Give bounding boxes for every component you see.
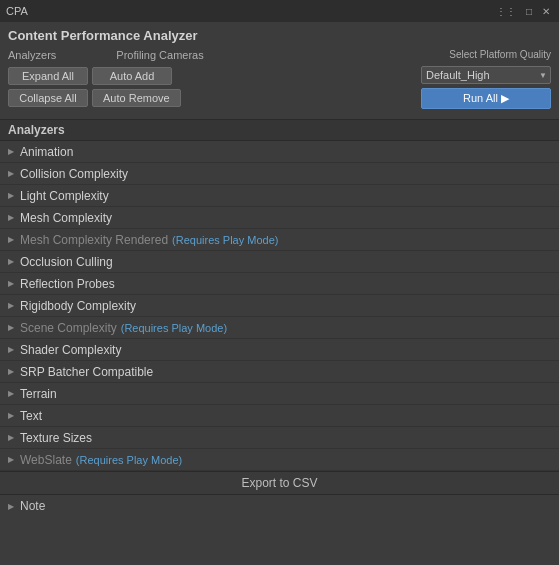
auto-add-button[interactable]: Auto Add (92, 67, 172, 85)
export-csv-button[interactable]: Export to CSV (0, 471, 559, 495)
item-label: Terrain (20, 387, 57, 401)
list-item[interactable]: ▶ WebSlate (Requires Play Mode) (0, 449, 559, 471)
item-label: Texture Sizes (20, 431, 92, 445)
title-bar: CPA ⋮⋮ □ ✕ (0, 0, 559, 22)
expand-icon: ▶ (8, 411, 14, 420)
item-label: Mesh Complexity Rendered (20, 233, 168, 247)
expand-icon: ▶ (8, 301, 14, 310)
expand-icon: ▶ (8, 279, 14, 288)
item-label: Text (20, 409, 42, 423)
run-all-button[interactable]: Run All ▶ (421, 88, 551, 109)
item-label: Light Complexity (20, 189, 109, 203)
expand-icon: ▶ (8, 169, 14, 178)
list-item[interactable]: ▶ Occlusion Culling (0, 251, 559, 273)
controls-row: Analyzers Profiling Cameras Expand All A… (8, 49, 551, 109)
title-text: CPA (6, 5, 28, 17)
list-item[interactable]: ▶ Mesh Complexity (0, 207, 559, 229)
item-label: Shader Complexity (20, 343, 121, 357)
list-item[interactable]: ▶ Scene Complexity (Requires Play Mode) (0, 317, 559, 339)
expand-icon: ▶ (8, 367, 14, 376)
title-bar-left: CPA (6, 5, 28, 17)
expand-icon: ▶ (8, 213, 14, 222)
expand-icon: ▶ (8, 433, 14, 442)
platform-quality-wrapper: Default_High Default_Low Default_Medium (421, 66, 551, 84)
list-item[interactable]: ▶ Mesh Complexity Rendered (Requires Pla… (0, 229, 559, 251)
item-label: Animation (20, 145, 73, 159)
expand-icon: ▶ (8, 389, 14, 398)
expand-all-button[interactable]: Expand All (8, 67, 88, 85)
item-label: Reflection Probes (20, 277, 115, 291)
platform-quality-label: Select Platform Quality (449, 49, 551, 60)
title-bar-icons: ⋮⋮ □ ✕ (493, 5, 553, 18)
item-label: SRP Batcher Compatible (20, 365, 153, 379)
expand-icon: ▶ (8, 345, 14, 354)
expand-icon: ▶ (8, 502, 14, 511)
list-item[interactable]: ▶ Rigidbody Complexity (0, 295, 559, 317)
expand-icon: ▶ (8, 147, 14, 156)
list-item[interactable]: ▶ SRP Batcher Compatible (0, 361, 559, 383)
auto-remove-button[interactable]: Auto Remove (92, 89, 181, 107)
requires-play-badge: (Requires Play Mode) (121, 322, 227, 334)
item-label: Scene Complexity (20, 321, 117, 335)
left-controls: Analyzers Profiling Cameras Expand All A… (8, 49, 204, 107)
analyzers-label: Analyzers (8, 49, 56, 61)
list-item[interactable]: ▶ Text (0, 405, 559, 427)
right-controls: Select Platform Quality Default_High Def… (421, 49, 551, 109)
list-item[interactable]: ▶ Shader Complexity (0, 339, 559, 361)
control-labels: Analyzers Profiling Cameras (8, 49, 204, 61)
note-item[interactable]: ▶ Note (0, 495, 559, 517)
expand-icon: ▶ (8, 455, 14, 464)
left-buttons-row: Expand All Auto Add (8, 67, 204, 85)
platform-quality-select[interactable]: Default_High Default_Low Default_Medium (421, 66, 551, 84)
list-item[interactable]: ▶ Terrain (0, 383, 559, 405)
maximize-icon[interactable]: □ (523, 5, 535, 18)
list-item[interactable]: ▶ Light Complexity (0, 185, 559, 207)
analyzer-list: ▶ Animation ▶ Collision Complexity ▶ Lig… (0, 141, 559, 471)
expand-icon: ▶ (8, 235, 14, 244)
list-item[interactable]: ▶ Collision Complexity (0, 163, 559, 185)
note-label: Note (20, 499, 45, 513)
panel-title: Content Performance Analyzer (8, 28, 551, 43)
item-label: WebSlate (20, 453, 72, 467)
expand-icon: ▶ (8, 191, 14, 200)
item-label: Mesh Complexity (20, 211, 112, 225)
requires-play-badge: (Requires Play Mode) (76, 454, 182, 466)
requires-play-badge: (Requires Play Mode) (172, 234, 278, 246)
item-label: Occlusion Culling (20, 255, 113, 269)
panel: Content Performance Analyzer Analyzers P… (0, 22, 559, 113)
expand-icon: ▶ (8, 323, 14, 332)
right-buttons-row: Collapse All Auto Remove (8, 89, 204, 107)
list-item[interactable]: ▶ Texture Sizes (0, 427, 559, 449)
list-item[interactable]: ▶ Reflection Probes (0, 273, 559, 295)
analyzers-section-header: Analyzers (0, 119, 559, 141)
menu-icon[interactable]: ⋮⋮ (493, 5, 519, 18)
profiling-cameras-label: Profiling Cameras (116, 49, 203, 61)
close-icon[interactable]: ✕ (539, 5, 553, 18)
expand-icon: ▶ (8, 257, 14, 266)
item-label: Rigidbody Complexity (20, 299, 136, 313)
item-label: Collision Complexity (20, 167, 128, 181)
collapse-all-button[interactable]: Collapse All (8, 89, 88, 107)
list-item[interactable]: ▶ Animation (0, 141, 559, 163)
